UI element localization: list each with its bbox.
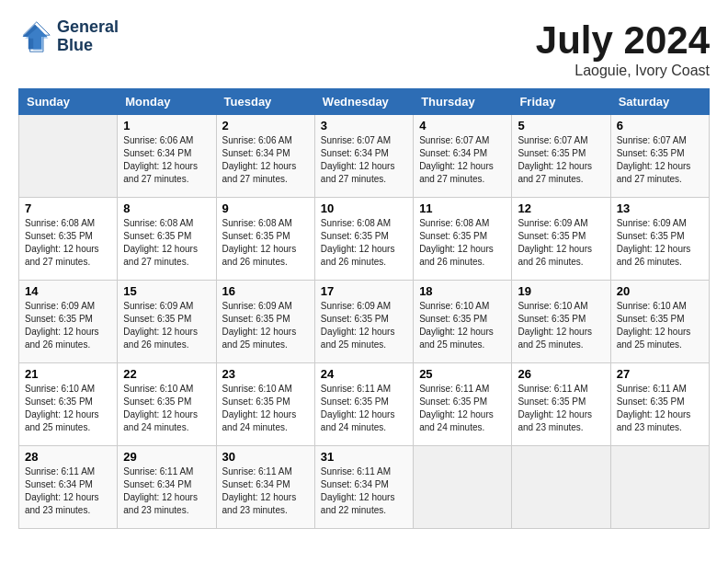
day-info: Sunrise: 6:11 AMSunset: 6:34 PMDaylight:…	[25, 465, 111, 517]
week-row-3: 14Sunrise: 6:09 AMSunset: 6:35 PMDayligh…	[19, 281, 710, 363]
day-info: Sunrise: 6:11 AMSunset: 6:35 PMDaylight:…	[518, 383, 604, 434]
day-info: Sunrise: 6:07 AMSunset: 6:34 PMDaylight:…	[419, 134, 506, 186]
logo: General Blue	[18, 18, 119, 55]
day-number: 31	[321, 450, 407, 464]
header: General Blue July 2024 Laoguie, Ivory Co…	[18, 18, 710, 79]
day-number: 1	[123, 119, 210, 132]
week-row-4: 21Sunrise: 6:10 AMSunset: 6:35 PMDayligh…	[19, 363, 710, 446]
day-info: Sunrise: 6:10 AMSunset: 6:35 PMDaylight:…	[518, 300, 604, 351]
calendar-cell: 17Sunrise: 6:09 AMSunset: 6:35 PMDayligh…	[314, 281, 413, 363]
day-info: Sunrise: 6:09 AMSunset: 6:35 PMDaylight:…	[617, 217, 703, 269]
calendar-cell: 20Sunrise: 6:10 AMSunset: 6:35 PMDayligh…	[610, 281, 709, 363]
day-number: 4	[419, 119, 506, 132]
day-number: 29	[123, 450, 210, 464]
day-info: Sunrise: 6:11 AMSunset: 6:35 PMDaylight:…	[617, 383, 703, 434]
calendar-cell: 12Sunrise: 6:09 AMSunset: 6:35 PMDayligh…	[512, 198, 610, 281]
calendar-cell: 29Sunrise: 6:11 AMSunset: 6:34 PMDayligh…	[118, 446, 216, 529]
day-number: 9	[222, 201, 309, 215]
calendar-header: SundayMondayTuesdayWednesdayThursdayFrid…	[19, 89, 710, 115]
day-info: Sunrise: 6:10 AMSunset: 6:35 PMDaylight:…	[617, 300, 703, 351]
header-day-monday: Monday	[118, 89, 216, 115]
calendar-cell	[610, 446, 709, 529]
calendar-cell: 28Sunrise: 6:11 AMSunset: 6:34 PMDayligh…	[19, 446, 118, 529]
main-title: July 2024	[536, 18, 710, 63]
day-info: Sunrise: 6:06 AMSunset: 6:34 PMDaylight:…	[123, 134, 210, 186]
day-number: 25	[419, 367, 506, 381]
day-info: Sunrise: 6:06 AMSunset: 6:34 PMDaylight:…	[222, 134, 309, 186]
calendar-cell: 2Sunrise: 6:06 AMSunset: 6:34 PMDaylight…	[216, 115, 314, 198]
calendar-table: SundayMondayTuesdayWednesdayThursdayFrid…	[18, 88, 710, 529]
title-section: July 2024 Laoguie, Ivory Coast	[536, 18, 710, 79]
day-info: Sunrise: 6:11 AMSunset: 6:34 PMDaylight:…	[321, 465, 407, 517]
day-info: Sunrise: 6:08 AMSunset: 6:35 PMDaylight:…	[222, 217, 309, 269]
day-number: 23	[222, 367, 309, 381]
day-number: 18	[419, 284, 506, 298]
day-number: 5	[518, 119, 604, 132]
day-number: 12	[518, 201, 604, 215]
header-day-thursday: Thursday	[414, 89, 512, 115]
calendar-cell: 8Sunrise: 6:08 AMSunset: 6:35 PMDaylight…	[118, 198, 216, 281]
day-number: 14	[25, 284, 111, 298]
day-info: Sunrise: 6:07 AMSunset: 6:34 PMDaylight:…	[321, 134, 407, 186]
day-info: Sunrise: 6:11 AMSunset: 6:35 PMDaylight:…	[419, 383, 506, 434]
week-row-1: 1Sunrise: 6:06 AMSunset: 6:34 PMDaylight…	[19, 115, 710, 198]
calendar-cell: 27Sunrise: 6:11 AMSunset: 6:35 PMDayligh…	[610, 363, 709, 446]
day-number: 28	[25, 450, 111, 464]
day-number: 15	[123, 284, 210, 298]
calendar-cell: 9Sunrise: 6:08 AMSunset: 6:35 PMDaylight…	[216, 198, 314, 281]
header-day-friday: Friday	[512, 89, 610, 115]
day-info: Sunrise: 6:08 AMSunset: 6:35 PMDaylight:…	[25, 217, 111, 269]
day-info: Sunrise: 6:09 AMSunset: 6:35 PMDaylight:…	[123, 300, 210, 351]
day-info: Sunrise: 6:09 AMSunset: 6:35 PMDaylight:…	[518, 217, 604, 269]
calendar-body: 1Sunrise: 6:06 AMSunset: 6:34 PMDaylight…	[19, 115, 710, 529]
day-number: 27	[617, 367, 703, 381]
header-day-tuesday: Tuesday	[216, 89, 314, 115]
calendar-cell	[512, 446, 610, 529]
calendar-cell: 4Sunrise: 6:07 AMSunset: 6:34 PMDaylight…	[414, 115, 512, 198]
day-number: 7	[25, 201, 111, 215]
day-number: 2	[222, 119, 309, 132]
day-info: Sunrise: 6:10 AMSunset: 6:35 PMDaylight:…	[222, 383, 309, 434]
logo-text: General Blue	[57, 18, 119, 55]
day-info: Sunrise: 6:10 AMSunset: 6:35 PMDaylight:…	[419, 300, 506, 351]
calendar-cell: 25Sunrise: 6:11 AMSunset: 6:35 PMDayligh…	[414, 363, 512, 446]
week-row-5: 28Sunrise: 6:11 AMSunset: 6:34 PMDayligh…	[19, 446, 710, 529]
calendar-cell: 14Sunrise: 6:09 AMSunset: 6:35 PMDayligh…	[19, 281, 118, 363]
header-day-wednesday: Wednesday	[314, 89, 413, 115]
day-info: Sunrise: 6:07 AMSunset: 6:35 PMDaylight:…	[617, 134, 703, 186]
day-info: Sunrise: 6:09 AMSunset: 6:35 PMDaylight:…	[222, 300, 309, 351]
day-number: 16	[222, 284, 309, 298]
day-info: Sunrise: 6:11 AMSunset: 6:34 PMDaylight:…	[222, 465, 309, 517]
calendar-cell: 11Sunrise: 6:08 AMSunset: 6:35 PMDayligh…	[414, 198, 512, 281]
day-number: 3	[321, 119, 407, 132]
calendar-cell: 5Sunrise: 6:07 AMSunset: 6:35 PMDaylight…	[512, 115, 610, 198]
calendar-cell	[414, 446, 512, 529]
subtitle: Laoguie, Ivory Coast	[536, 63, 710, 79]
calendar-cell: 23Sunrise: 6:10 AMSunset: 6:35 PMDayligh…	[216, 363, 314, 446]
calendar-cell: 6Sunrise: 6:07 AMSunset: 6:35 PMDaylight…	[610, 115, 709, 198]
calendar-cell: 7Sunrise: 6:08 AMSunset: 6:35 PMDaylight…	[19, 198, 118, 281]
day-number: 30	[222, 450, 309, 464]
calendar-cell: 3Sunrise: 6:07 AMSunset: 6:34 PMDaylight…	[314, 115, 413, 198]
calendar-cell: 21Sunrise: 6:10 AMSunset: 6:35 PMDayligh…	[19, 363, 118, 446]
header-day-saturday: Saturday	[610, 89, 709, 115]
day-info: Sunrise: 6:08 AMSunset: 6:35 PMDaylight:…	[419, 217, 506, 269]
day-info: Sunrise: 6:07 AMSunset: 6:35 PMDaylight:…	[518, 134, 604, 186]
day-number: 26	[518, 367, 604, 381]
calendar-cell: 31Sunrise: 6:11 AMSunset: 6:34 PMDayligh…	[314, 446, 413, 529]
day-info: Sunrise: 6:09 AMSunset: 6:35 PMDaylight:…	[321, 300, 407, 351]
calendar-cell: 15Sunrise: 6:09 AMSunset: 6:35 PMDayligh…	[118, 281, 216, 363]
calendar-cell: 10Sunrise: 6:08 AMSunset: 6:35 PMDayligh…	[314, 198, 413, 281]
header-day-sunday: Sunday	[19, 89, 118, 115]
day-info: Sunrise: 6:11 AMSunset: 6:34 PMDaylight:…	[123, 465, 210, 517]
calendar-cell: 1Sunrise: 6:06 AMSunset: 6:34 PMDaylight…	[118, 115, 216, 198]
day-number: 20	[617, 284, 703, 298]
day-info: Sunrise: 6:11 AMSunset: 6:35 PMDaylight:…	[321, 383, 407, 434]
day-number: 8	[123, 201, 210, 215]
day-info: Sunrise: 6:09 AMSunset: 6:35 PMDaylight:…	[25, 300, 111, 351]
day-number: 11	[419, 201, 506, 215]
week-row-2: 7Sunrise: 6:08 AMSunset: 6:35 PMDaylight…	[19, 198, 710, 281]
calendar-cell	[19, 115, 118, 198]
day-number: 22	[123, 367, 210, 381]
logo-icon	[18, 20, 51, 53]
